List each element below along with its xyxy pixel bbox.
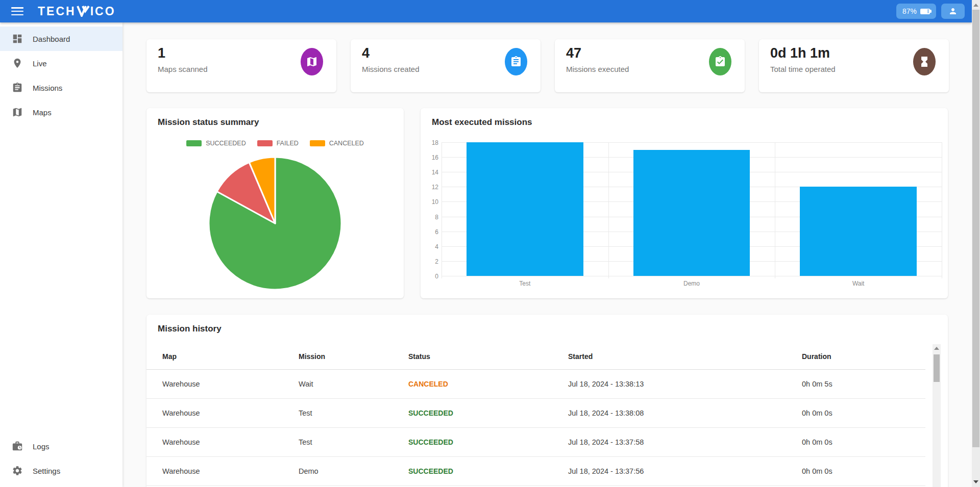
legend-item: FAILED xyxy=(257,140,299,147)
x-axis-tick-label: Demo xyxy=(683,280,700,287)
user-button[interactable] xyxy=(941,4,965,19)
gridline xyxy=(442,276,942,276)
table-scrollbar-thumb[interactable] xyxy=(934,354,940,382)
mission-history-title: Mission history xyxy=(146,315,948,334)
legend-swatch xyxy=(310,140,325,146)
gridline xyxy=(942,142,942,278)
x-axis-tick-label: Wait xyxy=(852,280,865,287)
battery-status-badge[interactable]: 87% xyxy=(896,4,936,19)
map-icon-badge xyxy=(301,48,323,75)
hourglass-icon-badge xyxy=(913,48,936,75)
table-scroll-up-arrow[interactable] xyxy=(933,344,941,352)
map-icon xyxy=(12,107,23,118)
sidebar: Dashboard Live Missions Maps Logs Settin… xyxy=(0,22,122,487)
logo-text-pre: TECH xyxy=(38,5,76,18)
legend-swatch xyxy=(186,140,202,146)
place-icon xyxy=(12,58,23,69)
page-scrollbar-thumb[interactable] xyxy=(972,10,979,447)
bar-demo xyxy=(633,150,750,276)
sidebar-item-maps[interactable]: Maps xyxy=(0,100,122,124)
table-row: Warehouse Demo SUCCEEDED Jul 18, 2024 - … xyxy=(146,457,925,486)
mission-history-table: MapMissionStatusStartedDuration Warehous… xyxy=(146,343,925,486)
battery-icon xyxy=(920,9,930,14)
hourglass-icon xyxy=(918,56,930,68)
mission-status-pie-chart xyxy=(204,151,347,294)
cell-started: Jul 18, 2024 - 13:37:58 xyxy=(568,438,802,446)
sidebar-item-missions[interactable]: Missions xyxy=(0,75,122,100)
cell-started: Jul 18, 2024 - 13:38:13 xyxy=(568,380,802,388)
work-history-icon xyxy=(11,440,23,452)
legend-swatch xyxy=(257,140,273,146)
cell-mission: Wait xyxy=(299,380,408,388)
legend-label: FAILED xyxy=(277,140,299,147)
work-history-icon xyxy=(12,441,23,452)
sidebar-item-label: Maps xyxy=(33,108,52,117)
app-root: TECH ICO 87% Dashboard Live xyxy=(0,0,980,487)
gridline xyxy=(442,142,442,278)
y-axis-tick-label: 14 xyxy=(423,169,438,176)
cell-status: SUCCEEDED xyxy=(408,438,568,446)
legend-label: CANCELED xyxy=(329,140,364,147)
cell-duration: 0h 0m 0s xyxy=(802,438,925,446)
stat-card: 47 Missions executed xyxy=(555,39,745,92)
map-icon xyxy=(11,106,23,118)
cell-map: Warehouse xyxy=(162,409,299,417)
logo-v-mark xyxy=(77,6,90,17)
y-axis-tick-label: 2 xyxy=(423,258,438,265)
cell-mission: Test xyxy=(299,409,408,417)
bar-test xyxy=(467,142,583,276)
clipboard-icon xyxy=(510,56,522,68)
cell-map: Warehouse xyxy=(162,438,299,446)
sidebar-item-settings[interactable]: Settings xyxy=(0,458,122,483)
place-icon xyxy=(11,57,23,69)
app-header: TECH ICO 87% xyxy=(0,0,972,22)
y-axis-tick-label: 0 xyxy=(423,273,438,280)
cell-mission: Test xyxy=(299,438,408,446)
y-axis-tick-label: 12 xyxy=(423,184,438,191)
table-scrollbar[interactable] xyxy=(933,344,941,487)
stat-card: 0d 1h 1m Total time operated xyxy=(759,39,949,92)
sidebar-item-label: Dashboard xyxy=(33,35,70,43)
sidebar-item-live[interactable]: Live xyxy=(0,51,122,75)
cell-duration: 0h 0m 0s xyxy=(802,409,925,417)
bar-chart-title: Most executed missions xyxy=(421,108,948,127)
column-header-map: Map xyxy=(162,352,299,361)
sidebar-item-logs[interactable]: Logs xyxy=(0,434,122,458)
logo: TECH ICO xyxy=(38,5,116,18)
sidebar-item-dashboard[interactable]: Dashboard xyxy=(0,27,122,51)
page-scroll-up-arrow[interactable] xyxy=(972,1,980,9)
column-header-started: Started xyxy=(568,352,802,361)
cell-map: Warehouse xyxy=(162,467,299,475)
x-axis-tick-label: Test xyxy=(519,280,530,287)
menu-icon[interactable] xyxy=(11,7,23,15)
clipboard-check-icon xyxy=(714,56,726,68)
y-axis-tick-label: 10 xyxy=(423,198,438,206)
dashboard-icon xyxy=(11,33,23,45)
y-axis-tick-label: 6 xyxy=(423,228,438,236)
most-executed-missions-card: Most executed missions 024681012141618Te… xyxy=(421,108,948,298)
y-axis-tick-label: 18 xyxy=(423,139,438,146)
page-scroll-down-arrow[interactable] xyxy=(972,478,980,486)
cell-mission: Demo xyxy=(299,467,408,475)
sidebar-item-label: Missions xyxy=(33,84,62,92)
pie-chart-title: Mission status summary xyxy=(146,108,404,127)
page-scrollbar[interactable] xyxy=(972,0,980,487)
mission-status-summary-card: Mission status summary SUCCEEDED FAILED … xyxy=(146,108,404,298)
cell-duration: 0h 0m 5s xyxy=(802,380,925,388)
cell-started: Jul 18, 2024 - 13:38:08 xyxy=(568,409,802,417)
battery-percent: 87% xyxy=(902,7,917,15)
cell-started: Jul 18, 2024 - 13:37:56 xyxy=(568,467,802,475)
gear-icon xyxy=(11,465,23,477)
sidebar-item-label: Live xyxy=(33,59,47,68)
cell-duration: 0h 0m 0s xyxy=(802,467,925,475)
cell-status: SUCCEEDED xyxy=(408,467,568,475)
pie-legend: SUCCEEDED FAILED CANCELED xyxy=(146,140,404,147)
stat-card: 1 Maps scanned xyxy=(146,39,336,92)
sidebar-item-label: Logs xyxy=(33,442,50,451)
legend-item: SUCCEEDED xyxy=(186,140,246,147)
table-row: Warehouse Test SUCCEEDED Jul 18, 2024 - … xyxy=(146,428,925,457)
legend-item: CANCELED xyxy=(310,140,364,147)
gridline xyxy=(775,142,775,278)
legend-label: SUCCEEDED xyxy=(206,140,246,147)
stat-card: 4 Missions created xyxy=(351,39,541,92)
